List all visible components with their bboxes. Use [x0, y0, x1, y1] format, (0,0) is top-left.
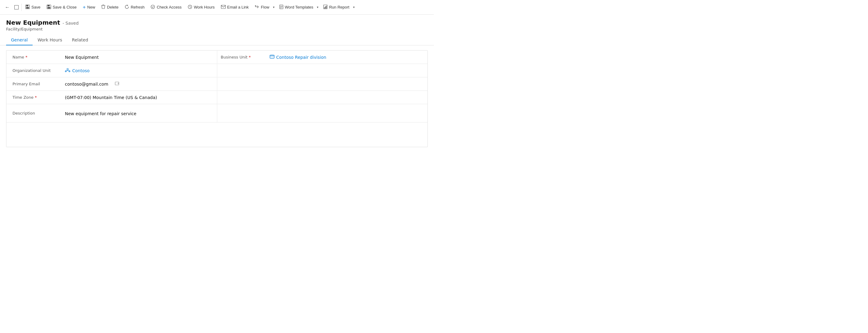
flow-dropdown: Flow ▾: [252, 3, 276, 12]
email-link-button[interactable]: Email a Link: [218, 3, 252, 11]
flow-icon: [255, 5, 259, 10]
svg-rect-18: [115, 82, 119, 85]
save-label: Save: [31, 5, 40, 9]
email-label: Primary Email: [6, 79, 61, 89]
save-close-label: Save & Close: [53, 5, 77, 9]
org-unit-text: Contoso: [72, 68, 90, 73]
form-card: Name * New Equipment Business Unit * Con…: [6, 50, 428, 147]
window-icon: [14, 5, 19, 9]
form-row-org-unit: Organizational Unit Contoso: [6, 64, 428, 78]
timezone-text: (GMT-07:00) Mountain Time (US & Canada): [65, 95, 157, 100]
timezone-value[interactable]: (GMT-07:00) Mountain Time (US & Canada): [61, 92, 217, 103]
toolbar: ← Save Save & Close + New Delete Refresh: [0, 0, 434, 14]
business-unit-value[interactable]: Contoso Repair division: [266, 52, 428, 63]
business-unit-icon: [270, 55, 275, 60]
tab-work-hours[interactable]: Work Hours: [33, 35, 67, 46]
description-label: Description: [6, 108, 61, 119]
form-row-name: Name * New Equipment Business Unit * Con…: [6, 51, 428, 64]
email-right-empty: [217, 78, 428, 90]
run-report-chevron-icon: ▾: [353, 5, 354, 9]
check-access-icon: [151, 5, 155, 10]
org-unit-right-empty: [217, 64, 428, 77]
timezone-right-empty: [217, 91, 428, 104]
page-subtitle: Facility/Equipment: [6, 27, 428, 31]
work-hours-label: Work Hours: [194, 5, 215, 9]
delete-icon: [101, 4, 105, 10]
work-hours-icon: [188, 5, 192, 10]
email-value[interactable]: contoso@gmail.com: [61, 78, 189, 90]
tabs: General Work Hours Related: [0, 33, 434, 46]
form-row-email: Primary Email contoso@gmail.com: [6, 78, 428, 91]
word-templates-icon: [279, 5, 283, 10]
refresh-button[interactable]: Refresh: [122, 3, 148, 12]
flow-chevron-button[interactable]: ▾: [271, 4, 276, 11]
back-button[interactable]: ←: [2, 2, 12, 12]
name-field-left: Name * New Equipment: [6, 51, 217, 64]
svg-rect-14: [270, 55, 274, 58]
back-icon: ←: [5, 5, 10, 10]
org-unit-field: Organizational Unit Contoso: [6, 64, 217, 77]
svg-rect-4: [48, 5, 50, 6]
svg-rect-11: [324, 7, 325, 8]
flow-chevron-icon: ▾: [273, 5, 275, 9]
org-unit-value[interactable]: Contoso: [61, 65, 217, 76]
page-saved-status: - Saved: [62, 21, 79, 26]
bu-required-indicator: *: [249, 55, 251, 59]
svg-point-15: [67, 68, 68, 70]
svg-rect-2: [26, 7, 29, 8]
word-templates-chevron-button[interactable]: ▾: [315, 4, 320, 11]
save-button[interactable]: Save: [22, 3, 43, 12]
new-button[interactable]: + New: [80, 2, 98, 12]
timezone-field: Time Zone * (GMT-07:00) Mountain Time (U…: [6, 91, 217, 104]
save-close-button[interactable]: Save & Close: [43, 3, 80, 12]
run-report-chevron-button[interactable]: ▾: [351, 4, 356, 11]
run-report-label: Run Report: [329, 5, 349, 9]
name-required-indicator: *: [26, 55, 28, 59]
email-field: Primary Email contoso@gmail.com: [6, 78, 217, 90]
refresh-label: Refresh: [131, 5, 145, 9]
business-unit-label: Business Unit *: [217, 52, 266, 62]
work-hours-button[interactable]: Work Hours: [185, 3, 218, 12]
business-unit-text: Contoso Repair division: [276, 55, 326, 60]
delete-button[interactable]: Delete: [98, 2, 122, 12]
name-label: Name *: [6, 52, 61, 62]
tab-related[interactable]: Related: [67, 35, 93, 46]
check-access-button[interactable]: Check Access: [148, 3, 185, 12]
page-title: New Equipment: [6, 19, 60, 26]
description-text: New equipment for repair service: [65, 111, 136, 116]
svg-point-6: [151, 5, 155, 8]
run-report-dropdown: Run Report ▾: [320, 3, 356, 12]
new-icon: +: [83, 4, 86, 10]
email-link-label: Email a Link: [227, 5, 249, 9]
business-unit-field-right: Business Unit * Contoso Repair division: [217, 51, 428, 64]
word-templates-button[interactable]: Word Templates: [276, 3, 315, 12]
check-access-label: Check Access: [157, 5, 182, 9]
svg-rect-8: [221, 5, 225, 8]
svg-rect-1: [26, 5, 28, 6]
window-button[interactable]: [12, 3, 21, 11]
org-unit-label: Organizational Unit: [6, 65, 61, 76]
form-row-empty: [6, 122, 428, 147]
refresh-icon: [125, 5, 129, 10]
svg-rect-12: [325, 6, 326, 8]
timezone-label: Time Zone *: [6, 92, 61, 103]
run-report-icon: [323, 5, 328, 10]
tab-general[interactable]: General: [6, 35, 33, 46]
new-label: New: [87, 5, 95, 9]
run-report-button[interactable]: Run Report: [320, 3, 351, 12]
form-row-timezone: Time Zone * (GMT-07:00) Mountain Time (U…: [6, 91, 428, 104]
email-compose-icon[interactable]: [115, 81, 120, 87]
tz-required-indicator: *: [35, 95, 37, 100]
description-field: Description New equipment for repair ser…: [6, 104, 217, 122]
svg-rect-13: [326, 6, 327, 8]
name-value[interactable]: New Equipment: [61, 52, 217, 63]
word-templates-label: Word Templates: [285, 5, 313, 9]
description-value[interactable]: New equipment for repair service: [61, 108, 217, 119]
delete-label: Delete: [107, 5, 119, 9]
content-area: Name * New Equipment Business Unit * Con…: [0, 46, 434, 152]
word-templates-chevron-icon: ▾: [317, 5, 318, 9]
flow-button[interactable]: Flow: [252, 3, 271, 12]
form-row-description: Description New equipment for repair ser…: [6, 104, 428, 122]
org-unit-icon: [65, 68, 70, 73]
svg-rect-5: [48, 7, 50, 8]
